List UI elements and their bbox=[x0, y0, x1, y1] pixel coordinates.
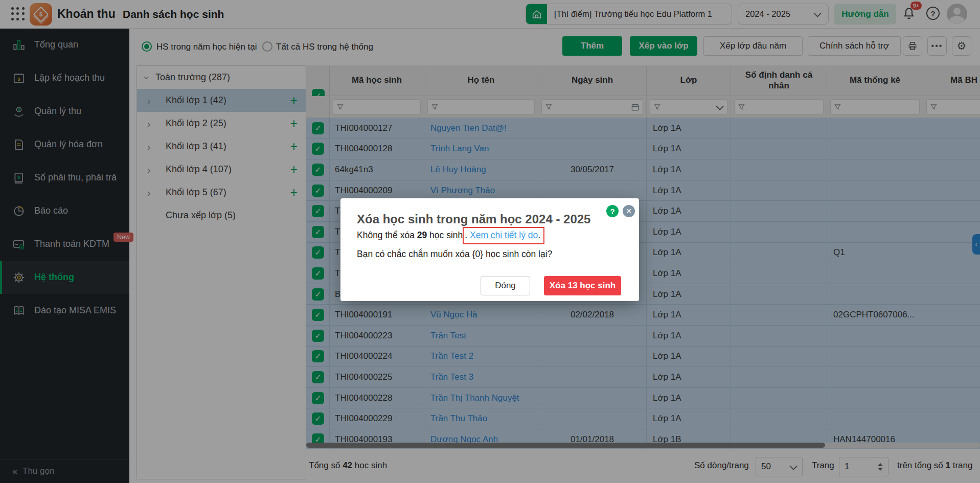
dialog-message-1: Không thể xóa 29 học sinh. Xem chi tiết … bbox=[357, 230, 544, 241]
view-reason-link[interactable]: Xem chi tiết lý do bbox=[470, 230, 538, 240]
dialog-title: Xóa học sinh trong năm học 2024 - 2025 bbox=[357, 212, 590, 226]
dialog-delete-button[interactable]: Xóa 13 học sinh bbox=[544, 276, 621, 295]
annotation-box: . Xem chi tiết lý do. bbox=[463, 227, 544, 244]
dialog-help-icon[interactable]: ? bbox=[606, 205, 619, 217]
close-icon[interactable]: ✕ bbox=[623, 205, 635, 217]
delete-students-dialog: Xóa học sinh trong năm học 2024 - 2025 ?… bbox=[340, 198, 639, 301]
app-window: $ Khoản thu Danh sách học sinh [Thí điểm… bbox=[0, 0, 980, 483]
dialog-message-2: Bạn có chắc chắn muốn xóa {0} học sinh c… bbox=[357, 249, 552, 260]
dialog-close-button[interactable]: Đóng bbox=[481, 276, 530, 295]
